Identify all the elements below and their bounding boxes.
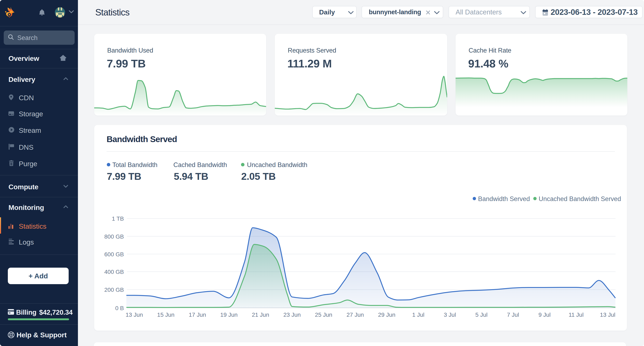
svg-text:200 GB: 200 GB: [104, 286, 124, 293]
svg-text:13 Jun: 13 Jun: [126, 312, 143, 318]
svg-text:1 Jul: 1 Jul: [412, 312, 424, 318]
svg-text:23 Jun: 23 Jun: [284, 312, 301, 318]
svg-text:19 Jun: 19 Jun: [220, 312, 238, 318]
svg-text:11 Jul: 11 Jul: [568, 312, 584, 318]
svg-text:5 Jul: 5 Jul: [475, 312, 488, 318]
svg-text:3 Jul: 3 Jul: [444, 312, 456, 318]
svg-text:21 Jun: 21 Jun: [252, 312, 269, 318]
svg-text:7 Jul: 7 Jul: [507, 312, 519, 318]
svg-text:13 Jul: 13 Jul: [600, 312, 615, 318]
svg-text:27 Jun: 27 Jun: [346, 312, 364, 318]
svg-text:9 Jul: 9 Jul: [538, 312, 550, 318]
svg-text:1 TB: 1 TB: [112, 216, 124, 222]
svg-text:15 Jun: 15 Jun: [157, 312, 174, 318]
svg-text:400 GB: 400 GB: [104, 269, 124, 275]
svg-text:600 GB: 600 GB: [104, 251, 124, 258]
svg-text:17 Jun: 17 Jun: [188, 312, 206, 318]
svg-text:0 B: 0 B: [115, 305, 124, 311]
svg-text:29 Jun: 29 Jun: [378, 312, 396, 318]
svg-text:800 GB: 800 GB: [104, 234, 124, 240]
svg-text:25 Jun: 25 Jun: [315, 312, 332, 318]
